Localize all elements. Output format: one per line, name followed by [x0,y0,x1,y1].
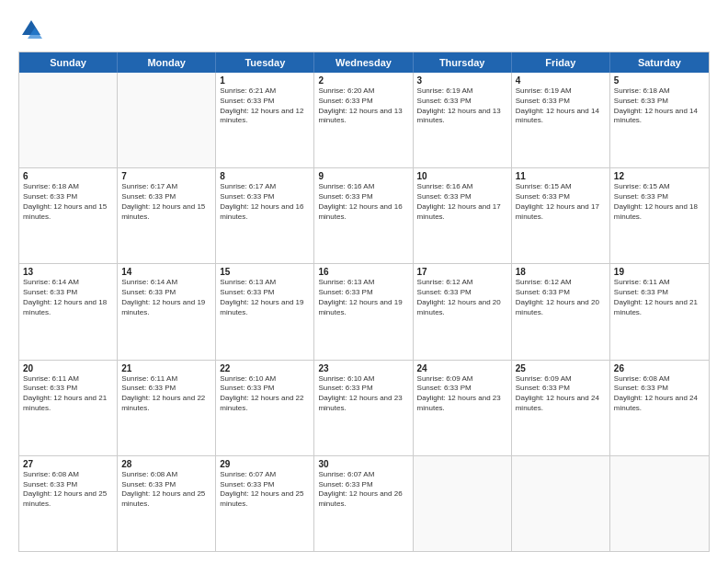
calendar-header-monday: Monday [118,52,216,73]
day-info: Sunrise: 6:09 AMSunset: 6:33 PMDaylight:… [417,374,507,414]
calendar-header-thursday: Thursday [414,52,512,73]
calendar-header-row: SundayMondayTuesdayWednesdayThursdayFrid… [19,52,709,73]
day-info: Sunrise: 6:20 AMSunset: 6:33 PMDaylight:… [318,86,408,126]
day-info: Sunrise: 6:10 AMSunset: 6:33 PMDaylight:… [220,374,310,414]
calendar-cell: 12Sunrise: 6:15 AMSunset: 6:33 PMDayligh… [610,168,709,263]
calendar-cell [414,456,512,551]
logo [18,17,48,42]
day-info: Sunrise: 6:12 AMSunset: 6:33 PMDaylight:… [417,278,507,317]
calendar-cell: 16Sunrise: 6:13 AMSunset: 6:33 PMDayligh… [314,264,413,359]
calendar-cell: 20Sunrise: 6:11 AMSunset: 6:33 PMDayligh… [19,361,118,455]
day-info: Sunrise: 6:13 AMSunset: 6:33 PMDaylight:… [220,278,310,317]
calendar-week-4: 20Sunrise: 6:11 AMSunset: 6:33 PMDayligh… [19,361,709,456]
day-info: Sunrise: 6:17 AMSunset: 6:33 PMDaylight:… [121,182,211,222]
day-info: Sunrise: 6:11 AMSunset: 6:33 PMDaylight:… [23,374,113,414]
calendar-cell: 8Sunrise: 6:17 AMSunset: 6:33 PMDaylight… [216,168,314,263]
day-info: Sunrise: 6:11 AMSunset: 6:33 PMDaylight:… [614,278,705,317]
day-info: Sunrise: 6:15 AMSunset: 6:33 PMDaylight:… [516,182,606,222]
day-number: 3 [417,75,507,86]
calendar-cell: 17Sunrise: 6:12 AMSunset: 6:33 PMDayligh… [414,264,512,359]
day-number: 11 [516,171,606,181]
day-number: 13 [23,267,113,277]
calendar-cell: 15Sunrise: 6:13 AMSunset: 6:33 PMDayligh… [216,264,314,359]
calendar-cell [19,73,118,167]
day-info: Sunrise: 6:13 AMSunset: 6:33 PMDaylight:… [318,278,408,317]
day-info: Sunrise: 6:07 AMSunset: 6:33 PMDaylight:… [220,470,310,510]
day-info: Sunrise: 6:07 AMSunset: 6:33 PMDaylight:… [318,470,408,510]
day-number: 7 [121,171,211,181]
day-number: 30 [318,459,408,469]
day-info: Sunrise: 6:16 AMSunset: 6:33 PMDaylight:… [318,182,408,222]
calendar-header-saturday: Saturday [610,52,709,73]
day-info: Sunrise: 6:11 AMSunset: 6:33 PMDaylight:… [121,374,211,414]
calendar-cell: 23Sunrise: 6:10 AMSunset: 6:33 PMDayligh… [314,361,413,455]
day-info: Sunrise: 6:08 AMSunset: 6:33 PMDaylight:… [614,374,705,414]
calendar-week-1: 1Sunrise: 6:21 AMSunset: 6:33 PMDaylight… [19,73,709,168]
calendar-cell: 5Sunrise: 6:18 AMSunset: 6:33 PMDaylight… [610,73,709,167]
calendar-cell [118,73,216,167]
calendar-cell: 21Sunrise: 6:11 AMSunset: 6:33 PMDayligh… [118,361,216,455]
calendar-header-sunday: Sunday [19,52,118,73]
calendar-cell: 13Sunrise: 6:14 AMSunset: 6:33 PMDayligh… [19,264,118,359]
logo-icon [18,17,44,42]
day-info: Sunrise: 6:10 AMSunset: 6:33 PMDaylight:… [318,374,408,414]
calendar-header-friday: Friday [512,52,610,73]
day-number: 5 [614,75,705,86]
day-number: 21 [121,363,211,373]
day-number: 1 [220,75,310,86]
day-number: 4 [516,75,606,86]
calendar-cell: 30Sunrise: 6:07 AMSunset: 6:33 PMDayligh… [314,456,413,551]
day-info: Sunrise: 6:16 AMSunset: 6:33 PMDaylight:… [417,182,507,222]
calendar-cell: 11Sunrise: 6:15 AMSunset: 6:33 PMDayligh… [512,168,610,263]
calendar-cell: 26Sunrise: 6:08 AMSunset: 6:33 PMDayligh… [610,361,709,455]
day-info: Sunrise: 6:14 AMSunset: 6:33 PMDaylight:… [23,278,113,317]
day-number: 14 [121,267,211,277]
day-number: 16 [318,267,408,277]
day-info: Sunrise: 6:12 AMSunset: 6:33 PMDaylight:… [516,278,606,317]
calendar-cell: 18Sunrise: 6:12 AMSunset: 6:33 PMDayligh… [512,264,610,359]
day-info: Sunrise: 6:08 AMSunset: 6:33 PMDaylight:… [23,470,113,510]
calendar-cell: 19Sunrise: 6:11 AMSunset: 6:33 PMDayligh… [610,264,709,359]
day-number: 2 [318,75,408,86]
calendar-cell: 29Sunrise: 6:07 AMSunset: 6:33 PMDayligh… [216,456,314,551]
day-number: 9 [318,171,408,181]
day-number: 25 [516,363,606,373]
calendar-cell: 14Sunrise: 6:14 AMSunset: 6:33 PMDayligh… [118,264,216,359]
day-info: Sunrise: 6:14 AMSunset: 6:33 PMDaylight:… [121,278,211,317]
calendar-cell [512,456,610,551]
calendar-cell: 27Sunrise: 6:08 AMSunset: 6:33 PMDayligh… [19,456,118,551]
calendar-week-3: 13Sunrise: 6:14 AMSunset: 6:33 PMDayligh… [19,264,709,360]
day-number: 20 [23,363,113,373]
day-number: 28 [121,459,211,469]
calendar-cell: 2Sunrise: 6:20 AMSunset: 6:33 PMDaylight… [314,73,413,167]
day-info: Sunrise: 6:15 AMSunset: 6:33 PMDaylight:… [614,182,705,222]
day-number: 19 [614,267,705,277]
calendar-cell: 4Sunrise: 6:19 AMSunset: 6:33 PMDaylight… [512,73,610,167]
day-info: Sunrise: 6:21 AMSunset: 6:33 PMDaylight:… [220,86,310,126]
day-number: 17 [417,267,507,277]
calendar-cell: 6Sunrise: 6:18 AMSunset: 6:33 PMDaylight… [19,168,118,263]
calendar-cell: 3Sunrise: 6:19 AMSunset: 6:33 PMDaylight… [414,73,512,167]
day-number: 10 [417,171,507,181]
calendar-header-tuesday: Tuesday [216,52,314,73]
calendar-week-2: 6Sunrise: 6:18 AMSunset: 6:33 PMDaylight… [19,168,709,264]
page: SundayMondayTuesdayWednesdayThursdayFrid… [0,0,728,563]
day-number: 22 [220,363,310,373]
calendar-week-5: 27Sunrise: 6:08 AMSunset: 6:33 PMDayligh… [19,456,709,551]
day-info: Sunrise: 6:17 AMSunset: 6:33 PMDaylight:… [220,182,310,222]
day-number: 15 [220,267,310,277]
calendar-cell: 10Sunrise: 6:16 AMSunset: 6:33 PMDayligh… [414,168,512,263]
calendar-cell: 28Sunrise: 6:08 AMSunset: 6:33 PMDayligh… [118,456,216,551]
calendar-cell: 1Sunrise: 6:21 AMSunset: 6:33 PMDaylight… [216,73,314,167]
day-info: Sunrise: 6:19 AMSunset: 6:33 PMDaylight:… [417,86,507,126]
day-number: 6 [23,171,113,181]
calendar-header-wednesday: Wednesday [314,52,413,73]
day-number: 27 [23,459,113,469]
day-info: Sunrise: 6:19 AMSunset: 6:33 PMDaylight:… [516,86,606,126]
calendar-cell: 7Sunrise: 6:17 AMSunset: 6:33 PMDaylight… [118,168,216,263]
header [18,17,710,42]
day-number: 23 [318,363,408,373]
day-number: 8 [220,171,310,181]
calendar: SundayMondayTuesdayWednesdayThursdayFrid… [18,52,710,552]
day-info: Sunrise: 6:18 AMSunset: 6:33 PMDaylight:… [23,182,113,222]
